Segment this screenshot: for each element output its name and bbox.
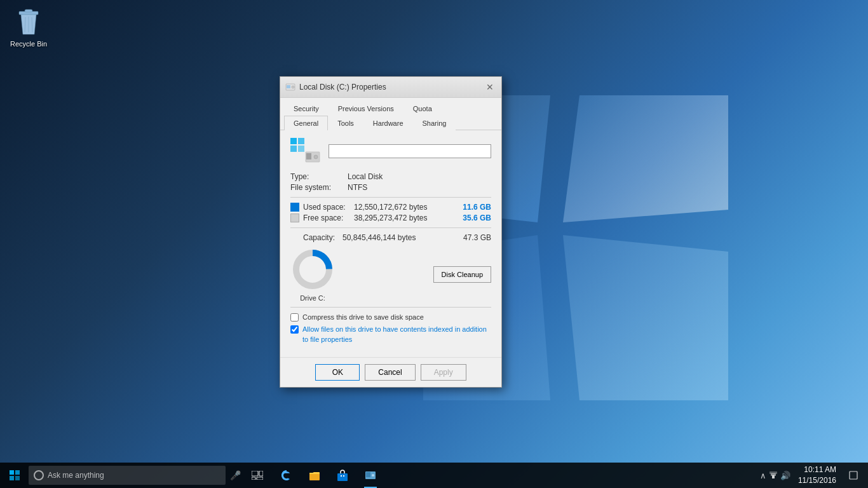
filesystem-value: NTFS <box>348 183 367 192</box>
svg-rect-17 <box>10 470 14 475</box>
compress-checkbox[interactable] <box>290 313 299 322</box>
used-space-label: Used space: <box>303 203 354 212</box>
free-space-color <box>290 214 299 222</box>
taskbar-search[interactable]: Ask me anything <box>29 466 226 485</box>
tab-security[interactable]: Security <box>284 101 329 116</box>
drive-name-input[interactable] <box>329 144 491 158</box>
svg-rect-13 <box>306 153 311 159</box>
taskbar-app-explorer[interactable] <box>301 463 329 488</box>
type-value: Local Disk <box>348 172 383 181</box>
dialog-close-button[interactable]: ✕ <box>484 81 496 93</box>
svg-rect-18 <box>15 470 20 475</box>
dialog-title-text: Local Disk (C:) Properties <box>299 83 386 92</box>
svg-point-7 <box>292 86 294 88</box>
free-space-gb: 35.6 GB <box>459 214 491 222</box>
type-row: Type: Local Disk <box>290 172 491 181</box>
apply-button[interactable]: Apply <box>421 364 466 381</box>
drive-label: Drive C: <box>300 294 325 302</box>
dialog-buttons: OK Cancel Apply <box>280 357 501 387</box>
svg-rect-9 <box>298 138 304 144</box>
index-label[interactable]: Allow files on this drive to have conten… <box>302 325 491 344</box>
system-clock[interactable]: 10:11 AM 11/15/2016 <box>793 464 841 486</box>
task-view-button[interactable] <box>245 463 270 488</box>
svg-rect-26 <box>337 473 348 481</box>
svg-rect-19 <box>10 476 14 480</box>
search-circle-icon <box>34 470 44 480</box>
capacity-bytes: 50,845,446,144 bytes <box>342 233 459 242</box>
ok-button[interactable]: OK <box>315 364 360 381</box>
used-space-color <box>290 203 299 212</box>
clock-date: 11/15/2016 <box>798 475 836 486</box>
taskbar-app-store[interactable] <box>329 463 356 488</box>
tab-sharing[interactable]: Sharing <box>413 116 456 130</box>
tab-quota[interactable]: Quota <box>403 101 442 116</box>
capacity-label: Capacity: <box>303 233 342 242</box>
svg-rect-22 <box>259 471 263 476</box>
disk-icon <box>364 469 377 482</box>
divider-1 <box>290 197 491 198</box>
checkbox-area: Compress this drive to save disk space A… <box>290 313 491 344</box>
desktop: Recycle Bin Local Disk (C:) Properties ✕… <box>0 0 868 488</box>
tab-tools[interactable]: Tools <box>328 116 363 130</box>
filesystem-row: File system: NTFS <box>290 183 491 192</box>
svg-rect-34 <box>770 471 777 474</box>
chart-area: Drive C: Disk Cleanup <box>290 247 491 302</box>
tab-previous-versions[interactable]: Previous Versions <box>329 101 403 116</box>
taskbar-apps <box>270 463 755 488</box>
free-space-label: Free space: <box>303 214 354 222</box>
show-hidden-icons[interactable]: ∧ <box>760 471 766 480</box>
capacity-row: Capacity: 50,845,446,144 bytes 47.3 GB <box>290 233 491 242</box>
mic-icon[interactable]: 🎤 <box>226 463 245 488</box>
cancel-button[interactable]: Cancel <box>365 364 415 381</box>
svg-rect-21 <box>252 471 258 476</box>
svg-point-14 <box>314 155 318 159</box>
volume-icon[interactable]: 🔊 <box>780 471 790 480</box>
svg-rect-27 <box>341 475 342 477</box>
svg-rect-30 <box>366 472 370 477</box>
drive-header <box>290 138 491 165</box>
svg-rect-24 <box>257 477 263 480</box>
notification-center[interactable] <box>844 463 863 488</box>
compress-checkbox-row: Compress this drive to save disk space <box>290 313 491 322</box>
dialog-titlebar[interactable]: Local Disk (C:) Properties ✕ <box>280 77 501 98</box>
svg-rect-8 <box>290 138 297 144</box>
task-view-icon <box>252 471 263 480</box>
index-checkbox-row: Allow files on this drive to have conten… <box>290 325 491 344</box>
donut-chart <box>290 247 335 292</box>
explorer-icon <box>308 469 321 482</box>
svg-rect-23 <box>252 477 255 480</box>
used-space-gb: 11.6 GB <box>459 203 491 212</box>
compress-label[interactable]: Compress this drive to save disk space <box>302 313 424 322</box>
used-space-row: Used space: 12,550,172,672 bytes 11.6 GB <box>290 203 491 212</box>
recycle-bin-svg <box>16 9 41 37</box>
svg-rect-10 <box>290 146 297 152</box>
start-button[interactable] <box>0 463 29 488</box>
recycle-bin-icon[interactable]: Recycle Bin <box>6 6 51 50</box>
properties-dialog: Local Disk (C:) Properties ✕ Security Pr… <box>280 76 502 388</box>
type-label: Type: <box>290 172 348 181</box>
free-space-row: Free space: 38,295,273,472 bytes 35.6 GB <box>290 214 491 222</box>
dialog-title-icon <box>285 82 295 92</box>
free-space-bytes: 38,295,273,472 bytes <box>354 214 459 222</box>
index-checkbox[interactable] <box>290 325 299 334</box>
store-icon <box>336 469 349 482</box>
edge-icon <box>280 469 293 482</box>
taskbar-app-edge[interactable] <box>273 463 301 488</box>
tabs-row-secondary: Security Previous Versions Quota <box>280 98 501 115</box>
filesystem-label: File system: <box>290 183 348 192</box>
capacity-gb: 47.3 GB <box>459 233 491 242</box>
taskbar-tray: ∧ 🔊 10:11 AM 11/15/2016 <box>755 463 868 488</box>
donut-chart-container: Drive C: <box>290 247 335 302</box>
tab-general[interactable]: General <box>284 116 328 130</box>
svg-point-31 <box>372 474 375 477</box>
svg-rect-11 <box>298 146 304 152</box>
network-icon[interactable] <box>769 470 778 481</box>
svg-rect-6 <box>287 85 290 88</box>
tabs-row-primary: General Tools Hardware Sharing <box>280 115 501 130</box>
divider-3 <box>290 307 491 308</box>
disk-cleanup-button[interactable]: Disk Cleanup <box>433 266 491 283</box>
taskbar: Ask me anything 🎤 <box>0 463 868 488</box>
taskbar-app-diskprops[interactable] <box>356 463 384 488</box>
tab-hardware[interactable]: Hardware <box>363 116 413 130</box>
used-space-bytes: 12,550,172,672 bytes <box>354 203 459 212</box>
